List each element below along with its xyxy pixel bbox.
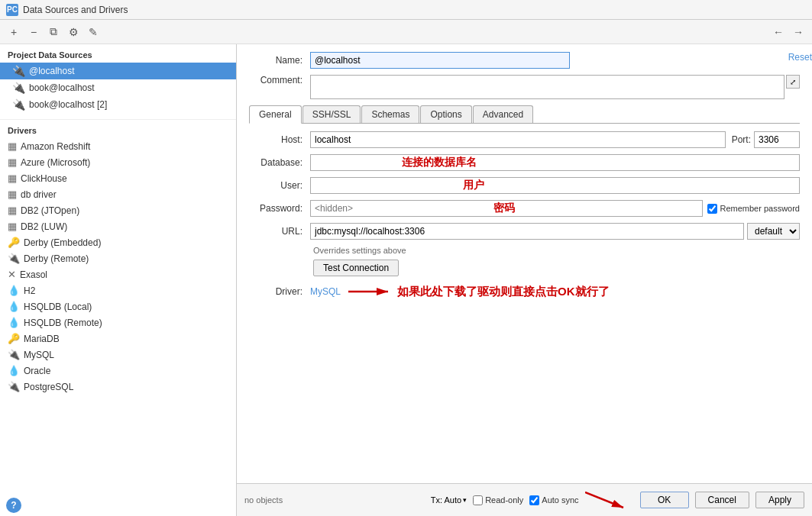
driver-label-8: Exasol [20, 269, 47, 280]
right-panel: Reset Name: Comment: ⤢ General SSH/SSL S… [237, 44, 812, 516]
driver-item-db2--jtopen-[interactable]: ▦DB2 (JTOpen) [0, 202, 236, 218]
left-panel: Project Data Sources 🔌 @localhost 🔌 book… [0, 44, 237, 516]
driver-icon-6: 🔑 [8, 237, 20, 248]
driver-item-clickhouse[interactable]: ▦ClickHouse [0, 170, 236, 186]
cancel-button[interactable]: Cancel [695, 492, 749, 508]
driver-icon-2: ▦ [8, 173, 17, 184]
driver-item-hsqldb--local-[interactable]: 💧HSQLDB (Local) [0, 298, 236, 314]
driver-label-3: db driver [21, 189, 57, 200]
driver-row: Driver: MySQL 如果此处下载了驱动则直接点击OK就行 [249, 284, 800, 299]
name-input[interactable] [310, 52, 570, 69]
tx-control: Tx: Auto ▾ [431, 495, 467, 505]
svg-line-3 [585, 492, 623, 508]
datasource-item-localhost[interactable]: 🔌 @localhost [0, 63, 236, 79]
user-input[interactable] [310, 177, 800, 194]
host-input[interactable] [310, 131, 726, 148]
driver-label-7: Derby (Remote) [24, 253, 89, 264]
datasource-icon: 🔌 [12, 65, 25, 77]
driver-item-postgresql[interactable]: 🔌PostgreSQL [0, 379, 236, 395]
tab-advanced[interactable]: Advanced [473, 105, 533, 123]
driver-icon-1: ▦ [8, 156, 17, 168]
add-button[interactable]: + [5, 23, 23, 41]
driver-icon-12: 🔑 [8, 333, 20, 344]
driver-item-mysql[interactable]: 🔌MySQL [0, 347, 236, 363]
driver-item-exasol[interactable]: ✕Exasol [0, 266, 236, 282]
driver-item-derby--embedded-[interactable]: 🔑Derby (Embedded) [0, 234, 236, 250]
bottom-bar: no objects Tx: Auto ▾ Read-only Auto syn… [237, 483, 812, 516]
remove-button[interactable]: − [24, 23, 43, 41]
driver-label-12: MariaDB [24, 334, 60, 344]
user-row: User: 用户 [249, 177, 800, 194]
url-row: URL: default [249, 223, 800, 240]
readonly-checkbox[interactable] [473, 495, 483, 505]
app-icon: PC [6, 4, 18, 16]
comment-input[interactable] [310, 75, 785, 99]
driver-icon-0: ▦ [8, 140, 17, 152]
edit-button[interactable]: ✎ [84, 23, 102, 41]
driver-item-mariadb[interactable]: 🔑MariaDB [0, 331, 236, 347]
database-label: Database: [249, 157, 310, 168]
driver-icon-4: ▦ [8, 205, 17, 216]
datasource-item-book-localhost[interactable]: 🔌 book@localhost [0, 79, 236, 96]
drivers-header: Drivers [0, 119, 236, 138]
driver-icon-7: 🔌 [8, 253, 20, 264]
autosync-label: Auto sync [529, 495, 578, 505]
driver-icon-10: 💧 [8, 301, 20, 312]
tab-ssh-ssl[interactable]: SSH/SSL [302, 105, 361, 123]
name-label: Name: [249, 55, 310, 66]
driver-item-azure--microsoft-[interactable]: ▦Azure (Microsoft) [0, 154, 236, 170]
tx-chevron-icon: ▾ [463, 496, 467, 504]
forward-button[interactable]: → [789, 23, 807, 41]
comment-expand-button[interactable]: ⤢ [786, 75, 800, 89]
password-input[interactable] [310, 200, 703, 217]
driver-link[interactable]: MySQL [310, 286, 341, 297]
tab-general[interactable]: General [249, 105, 302, 124]
comment-row: Comment: ⤢ [249, 75, 800, 99]
datasource-icon-2: 🔌 [12, 82, 25, 94]
project-header: Project Data Sources [0, 44, 236, 63]
reset-link[interactable]: Reset [788, 52, 812, 63]
drivers-section: Drivers ▦Amazon Redshift▦Azure (Microsof… [0, 119, 236, 395]
tab-options[interactable]: Options [420, 105, 471, 123]
apply-button[interactable]: Apply [755, 492, 804, 508]
bottom-red-arrow-icon [585, 489, 631, 511]
driver-label-4: DB2 (JTOpen) [21, 205, 79, 216]
url-select[interactable]: default [747, 223, 800, 240]
red-arrow-icon [348, 284, 394, 299]
test-connection-button[interactable]: Test Connection [313, 260, 399, 276]
autosync-checkbox[interactable] [529, 495, 539, 505]
host-label: Host: [249, 134, 310, 145]
driver-item-db2--luw-[interactable]: ▦DB2 (LUW) [0, 218, 236, 234]
ok-button[interactable]: OK [640, 492, 689, 508]
help-icon[interactable]: ? [6, 498, 21, 513]
driver-label-6: Derby (Embedded) [24, 237, 101, 248]
database-input[interactable] [310, 154, 800, 171]
back-button[interactable]: ← [769, 23, 788, 41]
driver-item-hsqldb--remote-[interactable]: 💧HSQLDB (Remote) [0, 314, 236, 331]
port-input[interactable] [754, 131, 800, 148]
driver-item-amazon-redshift[interactable]: ▦Amazon Redshift [0, 138, 236, 154]
driver-label-2: ClickHouse [21, 173, 67, 184]
datasource-item-book-localhost-2[interactable]: 🔌 book@localhost [2] [0, 96, 236, 113]
tab-schemas[interactable]: Schemas [361, 105, 419, 123]
driver-item-h2[interactable]: 💧H2 [0, 282, 236, 298]
user-label: User: [249, 180, 310, 191]
driver-item-oracle[interactable]: 💧Oracle [0, 363, 236, 379]
title-bar: PC Data Sources and Drivers [0, 0, 812, 20]
remember-password-label: Remember password [707, 204, 800, 214]
driver-item-db-driver[interactable]: ▦db driver [0, 186, 236, 202]
driver-icon-14: 💧 [8, 365, 20, 376]
driver-item-derby--remote-[interactable]: 🔌Derby (Remote) [0, 250, 236, 266]
window-title: Data Sources and Drivers [23, 5, 128, 15]
driver-label-9: H2 [24, 285, 35, 296]
driver-label-10: HSQLDB (Local) [24, 302, 92, 312]
url-input[interactable] [310, 223, 744, 240]
status-text: no objects [244, 495, 425, 505]
copy-button[interactable]: ⧉ [44, 23, 63, 41]
remember-password-checkbox[interactable] [707, 204, 717, 214]
settings-button[interactable]: ⚙ [64, 23, 82, 41]
host-row: Host: Port: [249, 131, 800, 148]
name-row: Name: [249, 52, 800, 69]
password-label: Password: [249, 203, 310, 214]
tabs-bar: General SSH/SSL Schemas Options Advanced [249, 105, 800, 124]
